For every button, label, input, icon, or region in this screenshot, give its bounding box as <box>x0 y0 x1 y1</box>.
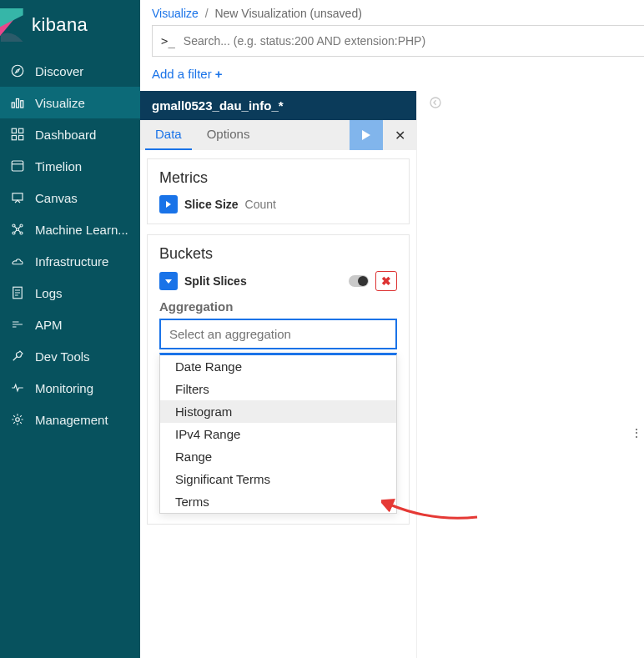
svg-rect-9 <box>13 193 23 200</box>
ml-icon <box>10 222 25 237</box>
play-icon <box>361 129 371 141</box>
sidebar-item-label: Dev Tools <box>35 349 90 364</box>
sidebar-item-infrastructure[interactable]: Infrastructure <box>0 245 140 277</box>
metrics-title: Metrics <box>159 169 397 187</box>
metrics-card: Metrics Slice Size Count <box>147 158 410 224</box>
drag-dots-icon: ⋮ <box>631 426 642 440</box>
filter-bar: Add a filter + <box>140 57 644 91</box>
apm-icon <box>10 317 25 332</box>
sidebar-item-monitoring[interactable]: Monitoring <box>0 372 140 404</box>
sidebar: kibana Discover Visualize Dashboard Time… <box>0 0 140 658</box>
aggregation-field-label: Aggregation <box>159 299 397 314</box>
infrastructure-icon <box>10 254 25 269</box>
play-small-icon <box>164 200 173 208</box>
collapse-bucket-button[interactable] <box>159 272 178 290</box>
expand-metric-button[interactable] <box>159 195 178 213</box>
kibana-logo-icon <box>0 8 23 42</box>
sidebar-item-label: Management <box>35 413 108 427</box>
index-pattern-bar[interactable]: gmall0523_dau_info_* <box>140 91 416 120</box>
sidebar-item-visualize[interactable]: Visualize <box>0 87 140 118</box>
close-panel-button[interactable]: ✕ <box>383 120 416 150</box>
sidebar-item-label: Timelion <box>35 159 82 173</box>
visualization-canvas: ⋮ <box>417 91 644 658</box>
x-icon: ✖ <box>381 274 391 288</box>
breadcrumb-separator: / <box>202 7 212 20</box>
aggregation-option[interactable]: Terms <box>160 490 396 513</box>
collapse-panel-button[interactable] <box>429 96 442 113</box>
close-icon: ✕ <box>395 128 405 143</box>
svg-rect-5 <box>19 128 23 133</box>
brand-name: kibana <box>32 14 88 36</box>
editor-panel: gmall0523_dau_info_* Data Options ✕ M <box>140 91 417 658</box>
breadcrumb-current: New Visualization (unsaved) <box>214 7 361 20</box>
svg-point-12 <box>13 232 15 234</box>
sidebar-item-label: APM <box>35 318 63 332</box>
svg-rect-4 <box>12 128 16 133</box>
brand[interactable]: kibana <box>0 0 140 55</box>
sidebar-item-apm[interactable]: APM <box>0 309 140 340</box>
svg-point-11 <box>20 224 23 227</box>
search-bar[interactable]: >_ <box>152 25 644 57</box>
svg-rect-1 <box>12 103 14 108</box>
gear-icon <box>10 412 25 427</box>
add-filter-label: Add a filter <box>152 67 212 81</box>
sidebar-item-label: Discover <box>35 64 83 78</box>
metric-meta: Count <box>245 198 276 211</box>
tabstrip: Data Options ✕ <box>140 120 416 150</box>
aggregation-option[interactable]: Significant Terms <box>160 468 396 490</box>
metric-label: Slice Size <box>184 198 239 211</box>
svg-point-14 <box>17 229 19 231</box>
aggregation-option[interactable]: Filters <box>160 378 396 400</box>
sidebar-item-label: Infrastructure <box>35 254 108 269</box>
sidebar-item-management[interactable]: Management <box>0 404 140 435</box>
aggregation-option[interactable]: Range <box>160 445 396 468</box>
add-filter-button[interactable]: Add a filter + <box>152 67 222 81</box>
sidebar-item-label: Canvas <box>35 191 78 205</box>
sidebar-item-discover[interactable]: Discover <box>0 55 140 87</box>
buckets-card: Buckets Split Slices ✖ Ag <box>147 234 410 525</box>
bucket-row[interactable]: Split Slices ✖ <box>159 271 397 291</box>
tab-data[interactable]: Data <box>145 120 192 150</box>
buckets-title: Buckets <box>159 245 397 263</box>
svg-rect-7 <box>19 136 23 140</box>
bucket-enable-toggle[interactable] <box>349 275 369 287</box>
svg-rect-2 <box>17 99 19 108</box>
svg-point-13 <box>20 232 23 234</box>
sidebar-item-dashboard[interactable]: Dashboard <box>0 118 140 150</box>
logs-icon <box>10 285 25 300</box>
aggregation-option[interactable]: Histogram <box>160 400 396 423</box>
resize-handle[interactable]: ⋮ <box>631 426 642 440</box>
svg-rect-3 <box>21 101 23 108</box>
sidebar-item-ml[interactable]: Machine Learn... <box>0 213 140 245</box>
svg-point-10 <box>13 224 15 227</box>
svg-rect-6 <box>12 136 16 140</box>
bucket-delete-button[interactable]: ✖ <box>375 271 397 291</box>
svg-rect-8 <box>12 161 23 171</box>
sidebar-item-devtools[interactable]: Dev Tools <box>0 340 140 372</box>
apply-button[interactable] <box>350 120 383 150</box>
sidebar-item-timelion[interactable]: Timelion <box>0 150 140 182</box>
sidebar-item-canvas[interactable]: Canvas <box>0 182 140 213</box>
wrench-icon <box>10 349 25 364</box>
svg-point-0 <box>12 65 23 77</box>
sidebar-item-logs[interactable]: Logs <box>0 277 140 309</box>
canvas-icon <box>10 190 25 205</box>
metrics-row[interactable]: Slice Size Count <box>159 195 397 213</box>
compass-icon <box>10 63 25 78</box>
aggregation-dropdown: Date Range Filters Histogram IPv4 Range … <box>159 353 397 514</box>
dashboard-icon <box>10 127 25 142</box>
prompt-icon: >_ <box>153 34 184 48</box>
aggregation-select[interactable] <box>159 319 397 349</box>
sidebar-item-label: Logs <box>35 286 63 300</box>
timelion-icon <box>10 158 25 173</box>
main: Visualize / New Visualization (unsaved) … <box>140 0 644 658</box>
sidebar-item-label: Machine Learn... <box>35 223 128 237</box>
svg-point-16 <box>16 418 20 422</box>
breadcrumb-root[interactable]: Visualize <box>152 7 199 20</box>
tab-options[interactable]: Options <box>197 120 260 150</box>
aggregation-option[interactable]: IPv4 Range <box>160 423 396 445</box>
search-input[interactable] <box>184 34 644 48</box>
chart-icon <box>10 95 25 110</box>
heartbeat-icon <box>10 380 25 395</box>
aggregation-option[interactable]: Date Range <box>160 355 396 378</box>
